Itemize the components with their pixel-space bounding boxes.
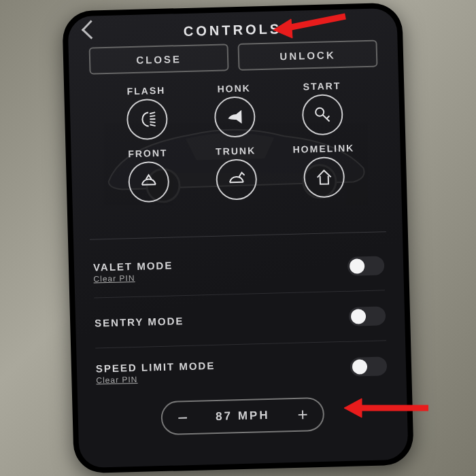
car-action-area: FLASH HONK START [79, 79, 392, 233]
valet-toggle[interactable] [347, 256, 385, 275]
toggle-knob [350, 258, 365, 274]
svg-line-5 [150, 122, 155, 122]
speed-minus-button[interactable]: − [177, 407, 188, 428]
phone-frame: CONTROLS CLOSE UNLOCK FLASH [62, 3, 414, 474]
trunk-label: TRUNK [216, 145, 256, 157]
svg-line-8 [323, 114, 330, 121]
divider [90, 231, 386, 239]
front-trunk-button[interactable] [128, 161, 170, 203]
sentry-toggle[interactable] [349, 306, 386, 326]
headlight-icon [135, 107, 160, 132]
back-icon[interactable] [82, 20, 101, 39]
horn-icon [222, 105, 248, 130]
valet-mode-row: VALET MODE Clear PIN [92, 240, 385, 298]
unlock-label: UNLOCK [279, 49, 336, 62]
homelink-button[interactable] [303, 156, 345, 199]
speed-limit-clear-pin-link[interactable]: Clear PIN [96, 372, 216, 385]
honk-label: HONK [217, 82, 251, 94]
flash-button[interactable] [126, 99, 168, 141]
front-action: FRONT [104, 147, 193, 203]
valet-title: VALET MODE [93, 260, 173, 273]
svg-line-9 [327, 116, 330, 118]
flash-label: FLASH [126, 85, 165, 97]
settings-list: VALET MODE Clear PIN SENTRY MODE SPEED L… [73, 239, 407, 400]
home-icon [312, 165, 337, 190]
speed-limit-toggle[interactable] [350, 356, 388, 376]
app-screen: CONTROLS CLOSE UNLOCK FLASH [67, 8, 408, 468]
speed-limit-row: SPEED LIMIT MODE Clear PIN [95, 341, 388, 398]
speed-plus-button[interactable]: + [297, 404, 308, 425]
start-button[interactable] [302, 94, 344, 136]
trunk-button[interactable] [216, 158, 258, 201]
trunk-action: TRUNK [192, 144, 281, 201]
front-label: FRONT [128, 148, 168, 160]
unlock-button[interactable]: UNLOCK [238, 40, 378, 71]
toggle-knob [351, 309, 367, 324]
valet-clear-pin-link[interactable]: Clear PIN [93, 273, 173, 284]
honk-button[interactable] [214, 96, 256, 138]
homelink-action: HOMELINK [279, 142, 369, 199]
sentry-title: SENTRY MODE [95, 315, 184, 328]
action-grid: FLASH HONK START [79, 79, 392, 204]
start-label: START [303, 80, 341, 92]
key-icon [310, 102, 335, 127]
speed-limit-title: SPEED LIMIT MODE [96, 359, 216, 374]
close-label: CLOSE [136, 53, 182, 66]
toggle-knob [352, 359, 368, 375]
close-button[interactable]: CLOSE [89, 44, 229, 74]
page-title: CONTROLS [184, 21, 282, 39]
speed-value: 87 MPH [216, 409, 270, 424]
honk-action: HONK [190, 82, 279, 138]
frunk-icon [136, 169, 161, 194]
homelink-label: HOMELINK [292, 142, 354, 154]
trunk-icon [224, 167, 249, 192]
start-action: START [278, 80, 367, 136]
svg-line-6 [150, 124, 155, 126]
speed-stepper: − 87 MPH + [160, 397, 324, 435]
sentry-mode-row: SENTRY MODE [94, 290, 386, 348]
svg-line-3 [150, 116, 155, 116]
svg-line-2 [150, 112, 155, 114]
flash-action: FLASH [102, 84, 191, 141]
